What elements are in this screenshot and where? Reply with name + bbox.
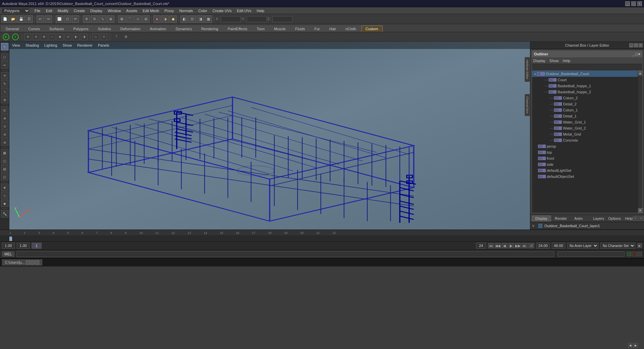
layer-visibility[interactable]: V <box>532 224 537 228</box>
range-end-field[interactable] <box>536 243 550 249</box>
cb-header-controls[interactable]: _ □ × <box>629 43 643 47</box>
qi-anim2[interactable]: ⏱ <box>101 34 107 40</box>
tab-subdivs[interactable]: Subdivs <box>94 26 115 32</box>
tb-rotate[interactable]: ↻ <box>91 15 98 23</box>
lt-ik[interactable]: ⊛ <box>1 139 8 146</box>
outliner-menu-display[interactable]: Display <box>533 59 545 63</box>
outliner-menu-show[interactable]: Show <box>549 59 559 63</box>
pb-step-fwd[interactable]: ▶▶ <box>515 243 521 248</box>
time-start-field[interactable] <box>2 243 15 249</box>
attribute-editor-tab[interactable]: Attribute Editor <box>525 57 530 82</box>
tree-item[interactable]: side <box>532 161 638 167</box>
lt-display1[interactable]: ▦ <box>1 149 8 156</box>
lt-rotate[interactable]: ↻ <box>1 80 8 87</box>
tb-ipr[interactable]: ◑ <box>161 15 169 23</box>
taskbar-icon-1[interactable] <box>26 260 30 264</box>
pb-go-start[interactable]: ⏮ <box>488 243 494 248</box>
tb-save[interactable]: 💾 <box>17 15 25 23</box>
lt-soft-mod[interactable]: ◎ <box>1 106 8 114</box>
tab-dynamics[interactable]: Dynamics <box>171 26 196 32</box>
tab-render-layer[interactable]: Render <box>551 215 571 221</box>
layer-delete[interactable]: × <box>639 216 644 221</box>
minimize-button[interactable]: _ <box>625 1 630 6</box>
lt-joint[interactable]: ⊚ <box>1 131 8 138</box>
tree-item[interactable]: —○Water_Grid_2 <box>532 125 638 131</box>
menu-modify[interactable]: Modify <box>55 8 71 13</box>
layer-opt-help[interactable]: Help <box>625 216 633 220</box>
tab-display-layer[interactable]: Display <box>532 215 551 221</box>
maximize-button[interactable]: □ <box>631 1 636 6</box>
vp-menu-view[interactable]: View <box>12 43 20 47</box>
tree-item[interactable]: —○Colum_2 <box>532 95 638 101</box>
time-end-field[interactable] <box>17 243 30 249</box>
tree-item[interactable]: defaultObjectSet <box>532 173 638 180</box>
pb-play-fwd[interactable]: ▶ <box>508 243 514 248</box>
tb-select[interactable]: ⬜ <box>56 15 63 23</box>
tab-muscle[interactable]: Muscle <box>270 26 290 32</box>
range-start-field[interactable] <box>476 243 486 249</box>
tree-item[interactable]: top <box>532 149 638 155</box>
qi-display-active[interactable]: ● <box>11 33 19 41</box>
tb-wireframe[interactable]: ⊡ <box>189 15 196 23</box>
tb-new[interactable]: 📄 <box>1 15 9 23</box>
menu-edit-mesh[interactable]: Edit Mesh <box>140 8 162 13</box>
lt-move[interactable]: ✛ <box>1 72 8 79</box>
qi-btn3[interactable]: ⊠ <box>41 34 47 40</box>
anim-layer-select[interactable]: No Anim Layer <box>567 243 598 249</box>
menu-window[interactable]: Window <box>105 8 123 13</box>
tab-curves[interactable]: Curves <box>24 26 44 32</box>
taskbar-icon-3[interactable] <box>35 260 39 264</box>
tb-transform[interactable]: ⊕ <box>107 15 114 23</box>
tb-y-input[interactable] <box>247 16 267 22</box>
tree-item[interactable]: —○Water_Grid_1 <box>532 119 638 125</box>
menu-edit[interactable]: Edit <box>43 8 55 13</box>
outliner-max[interactable]: □ <box>635 52 638 56</box>
tree-item[interactable]: —○Metal_Grid <box>532 131 638 137</box>
tb-move[interactable]: ✛ <box>83 15 90 23</box>
lt-lasso-select[interactable]: ⬡ <box>1 53 8 61</box>
outliner-min[interactable]: _ <box>633 52 635 56</box>
outliner-search[interactable] <box>532 64 642 71</box>
taskbar-icon-2[interactable] <box>31 260 35 264</box>
tb-open[interactable]: 📂 <box>9 15 17 23</box>
qi-btn5[interactable]: ▣ <box>57 34 63 40</box>
tree-item[interactable]: persp <box>532 143 638 149</box>
lt-scale[interactable]: ⤡ <box>1 88 8 95</box>
tb-lasso[interactable]: ⬡ <box>64 15 71 23</box>
tree-item[interactable]: front <box>532 155 638 161</box>
lt-paint-select[interactable]: ✏ <box>1 61 8 69</box>
tb-snap-curve[interactable]: ⌒ <box>126 15 133 23</box>
tab-fur[interactable]: Fur <box>310 26 324 32</box>
tab-ncloth[interactable]: nCloth <box>341 26 361 32</box>
menu-file[interactable]: File <box>32 8 43 13</box>
tab-animation[interactable]: Animation <box>146 26 171 32</box>
time-current-field[interactable] <box>32 243 42 249</box>
tree-item[interactable]: ▸Outdoor_Basketball_Court <box>532 71 638 77</box>
qi-help[interactable]: ? <box>112 33 120 41</box>
outliner-menu-help[interactable]: Help <box>563 59 571 63</box>
channel-box-tab[interactable]: Channel Box <box>525 94 530 116</box>
layer-opt-layers[interactable]: Layers <box>593 216 604 220</box>
lt-show[interactable]: ◈ <box>1 184 8 191</box>
tb-snap-grid[interactable]: ⊞ <box>118 15 125 23</box>
taskbar-maya[interactable]: C:\Users\[u... <box>2 259 42 265</box>
cb-minimize[interactable]: _ <box>629 43 633 47</box>
layer-opt-options[interactable]: Options <box>608 216 621 220</box>
tb-undo[interactable]: ↩ <box>37 15 44 23</box>
lt-display2[interactable]: ◫ <box>1 157 8 164</box>
tree-item[interactable]: —○Basketball_hoppe_2 <box>532 89 638 95</box>
viewport[interactable]: View Shading Lighting Show Renderer Pane… <box>9 42 530 230</box>
tab-fluids[interactable]: Fluids <box>291 26 309 32</box>
qi-btn6[interactable]: ⊡ <box>65 34 71 40</box>
scroll-down[interactable]: ▼ <box>638 208 642 213</box>
menu-color[interactable]: Color <box>196 8 210 13</box>
qi-btn2[interactable]: ⊟ <box>33 34 39 40</box>
tab-deformation[interactable]: Deformation <box>116 26 145 32</box>
menu-help[interactable]: Help <box>254 8 267 13</box>
tab-custom[interactable]: Custom <box>361 26 383 32</box>
mel-label[interactable]: MEL <box>2 251 14 257</box>
qi-btn4[interactable]: □ <box>49 34 55 40</box>
lt-select-tool[interactable]: ↖ <box>1 43 8 50</box>
lt-show3[interactable]: ◆ <box>1 200 8 207</box>
menu-proxy[interactable]: Proxy <box>162 8 176 13</box>
